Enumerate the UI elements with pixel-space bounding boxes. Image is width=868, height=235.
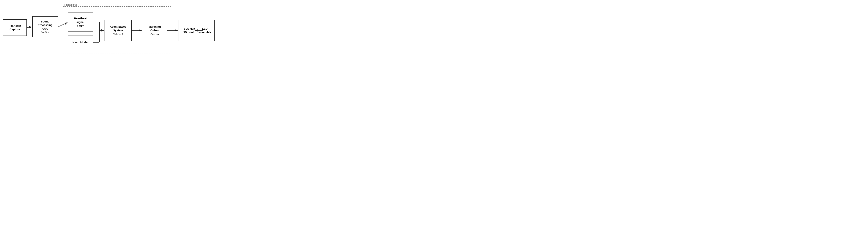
box-heartbeat-capture: HeartbeatCapture [3, 19, 27, 36]
box-heart-model-title: Heart Model [72, 41, 88, 44]
box-heartbeat-signal-title: Heartbeatsignal [74, 17, 87, 24]
box-sound-processing-subtitle: AdobeAudition [41, 28, 50, 34]
box-marching-cubes: MarchingCubes Cocoon [142, 20, 167, 41]
box-heartbeat-capture-title: HeartbeatCapture [8, 24, 21, 31]
box-agent-based: Agent-basedSystem Culebra 2 [104, 20, 132, 41]
arrow-capture-to-sound [27, 27, 32, 28]
rhinoceros-label: Rhinoceros [64, 3, 78, 6]
box-marching-cubes-title: MarchingCubes [149, 25, 161, 32]
workflow-diagram: Rhinoceros HeartbeatCapture SoundProcess… [2, 2, 215, 57]
box-sound-processing: SoundProcessing AdobeAudition [32, 16, 58, 37]
box-sound-processing-title: SoundProcessing [38, 20, 53, 27]
box-heartbeat-signal: Heartbeatsignal Firefly [68, 12, 93, 32]
box-led-assembly-title: LEDassembly [198, 27, 211, 34]
box-led-assembly: LEDassembly [195, 20, 215, 41]
box-heartbeat-signal-subtitle: Firefly [77, 25, 84, 28]
box-marching-cubes-subtitle: Cocoon [151, 33, 159, 36]
box-agent-based-subtitle: Culebra 2 [113, 33, 123, 36]
box-agent-based-title: Agent-basedSystem [110, 25, 126, 32]
box-heart-model: Heart Model [68, 35, 93, 49]
